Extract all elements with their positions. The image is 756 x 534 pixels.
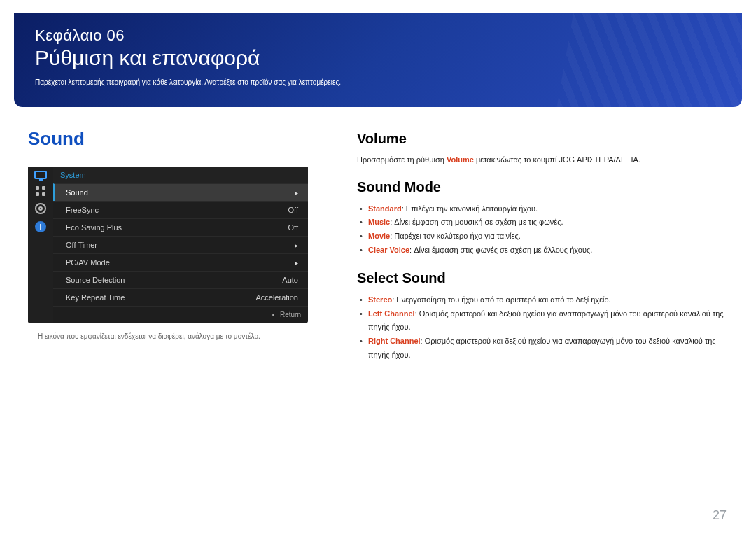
chevron-left-icon: ◂ — [272, 311, 274, 318]
osd-row-freesync[interactable]: FreeSync Off — [53, 201, 308, 218]
chapter-label: Κεφάλαιο 06 — [35, 27, 721, 45]
selectsound-heading: Select Sound — [357, 270, 728, 286]
monitor-icon — [34, 171, 47, 179]
list-item: Right Channel: Ορισμός αριστερού και δεξ… — [360, 335, 728, 363]
soundmode-heading: Sound Mode — [357, 179, 728, 195]
chevron-right-icon: ▸ — [295, 189, 298, 197]
list-item: Music: Δίνει έμφαση στη μουσική σε σχέση… — [360, 216, 728, 230]
osd-row-label: PC/AV Mode — [66, 258, 110, 267]
list-item: Left Channel: Ορισμός αριστερού και δεξι… — [360, 307, 728, 335]
osd-row-label: Key Repeat Time — [66, 293, 125, 302]
osd-row-label: Off Timer — [66, 241, 97, 249]
osd-header: System — [53, 167, 308, 183]
page-number: 27 — [713, 508, 727, 523]
list-item: Standard: Επιλέγει την κανονική λειτουργ… — [360, 202, 728, 216]
volume-heading: Volume — [357, 131, 728, 147]
osd-row-label: Source Detection — [66, 276, 125, 284]
chapter-banner: Κεφάλαιο 06 Ρύθμιση και επαναφορά Παρέχε… — [14, 13, 742, 107]
osd-row-value: Off — [288, 206, 298, 214]
osd-row-value: Off — [288, 223, 298, 232]
osd-row-offtimer[interactable]: Off Timer ▸ — [53, 236, 308, 253]
soundmode-list: Standard: Επιλέγει την κανονική λειτουργ… — [357, 202, 728, 258]
list-item: Movie: Παρέχει τον καλύτερο ήχο για ταιν… — [360, 230, 728, 244]
osd-sidebar: i — [28, 167, 53, 323]
volume-text: Προσαρμόστε τη ρύθμιση Volume μετακινώντ… — [357, 154, 728, 167]
list-item: Stereo: Ενεργοποίηση του ήχου από το αρι… — [360, 293, 728, 307]
gear-icon — [35, 203, 46, 214]
osd-return-label[interactable]: Return — [280, 311, 301, 318]
osd-row-sound[interactable]: Sound ▸ — [53, 183, 308, 201]
osd-menu: i System Sound ▸ FreeSync Off Eco Saving… — [28, 167, 308, 323]
grid-icon — [36, 186, 46, 196]
chevron-right-icon: ▸ — [295, 241, 298, 249]
osd-row-value: Auto — [282, 276, 298, 284]
osd-row-pcav[interactable]: PC/AV Mode ▸ — [53, 253, 308, 271]
osd-row-label: FreeSync — [66, 206, 99, 214]
selectsound-list: Stereo: Ενεργοποίηση του ήχου από το αρι… — [357, 293, 728, 363]
osd-footer: ◂ Return — [53, 306, 308, 323]
chapter-subtitle: Παρέχεται λεπτομερής περιγραφή για κάθε … — [35, 78, 721, 86]
chevron-right-icon: ▸ — [295, 259, 298, 267]
info-icon: i — [35, 221, 46, 232]
osd-row-keyrepeat[interactable]: Key Repeat Time Acceleration — [53, 288, 308, 306]
osd-row-value: Acceleration — [255, 293, 298, 302]
osd-row-source[interactable]: Source Detection Auto — [53, 271, 308, 288]
osd-row-label: Sound — [66, 188, 88, 197]
section-sound-heading: Sound — [28, 128, 336, 150]
chapter-title: Ρύθμιση και επαναφορά — [35, 46, 721, 70]
osd-list: System Sound ▸ FreeSync Off Eco Saving P… — [53, 167, 308, 323]
osd-row-label: Eco Saving Plus — [66, 223, 122, 232]
image-footnote: Η εικόνα που εμφανίζεται ενδέχεται να δι… — [28, 332, 336, 340]
osd-row-eco[interactable]: Eco Saving Plus Off — [53, 218, 308, 236]
list-item: Clear Voice: Δίνει έμφαση στις φωνές σε … — [360, 244, 728, 258]
